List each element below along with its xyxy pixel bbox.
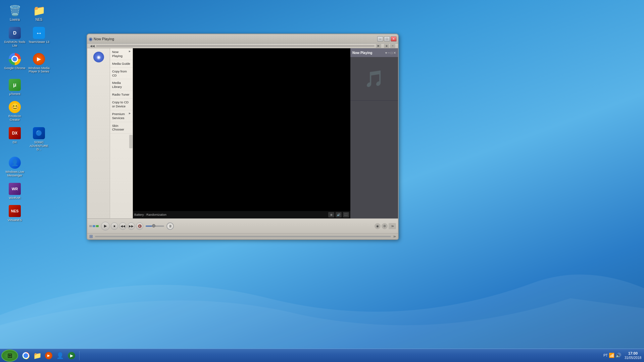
folder-icon: 📁 — [33, 5, 45, 16]
wmp-view-btn-1[interactable]: ⊞ — [328, 212, 334, 217]
wmp-settings-icon[interactable]: ⚙ — [382, 223, 388, 229]
taskbar-chrome-icon[interactable] — [21, 351, 31, 361]
emoticon-label: Emoticon Creator — [4, 114, 26, 122]
dx-icon: DX — [9, 127, 21, 139]
sys-tray-icons: PT 📶 🔊 — [603, 353, 621, 358]
wmp-equalizer-pause-btn[interactable]: ⏸ — [166, 222, 174, 230]
wmp-play-button[interactable]: ▶ — [101, 222, 110, 230]
wmp-extra-btn-1[interactable]: ◉ — [384, 44, 389, 48]
taskbar-media2-icon[interactable]: ▶ — [66, 351, 77, 361]
wmp-view-btn-2[interactable]: 🔊 — [336, 212, 342, 217]
daemon-label: DAEMON Tools Lite — [4, 40, 26, 48]
start-button[interactable]: ⊞ — [1, 350, 18, 362]
wmp-restore-button[interactable]: □ — [384, 36, 390, 42]
taskbar-folder-icon[interactable]: 📁 — [32, 351, 42, 361]
wmp-outer-seekbar[interactable] — [95, 236, 391, 237]
desktop-icon-virtuanes[interactable]: NES VirtuaNES — [3, 203, 27, 224]
wlm-label: Windows Live Messenger — [4, 170, 26, 177]
wmp-outer-extra: ≫ — [393, 235, 396, 238]
copy-to-cd-label: Copy to CD or Device — [112, 100, 129, 108]
wmp-logo-icon: ◉ — [89, 36, 93, 42]
desktop-icon-dx[interactable]: DX DX — [3, 125, 27, 153]
wmp-mute-button[interactable]: 🔇 — [136, 222, 143, 230]
copy-from-cd-label: Copy from CD — [112, 69, 127, 77]
winrar-icon: WR — [9, 183, 21, 195]
wmp-menu-item-media-guide[interactable]: Media Guide — [110, 60, 133, 68]
wmp-menu-item-radio-tuner[interactable]: Radio Tuner — [110, 91, 133, 99]
taskbar-separator — [79, 351, 80, 360]
wmp-menu-resize-handle[interactable] — [110, 135, 133, 142]
desktop-curve — [0, 248, 644, 349]
wmp-playlist-content-area — [350, 101, 398, 218]
wmp-prev-button[interactable]: ◀◀ — [119, 222, 127, 230]
wmp-media-thumb-icon: 🎵 — [364, 69, 384, 88]
taskbar-wmp-icon[interactable]: ▶ — [44, 351, 54, 361]
virtuanes-icon: NES — [9, 205, 21, 217]
wmp-next-button[interactable]: ▶▶ — [128, 222, 135, 230]
wmp-body: ◉ Now Playing ▶ Media Guide Copy from CD — [87, 48, 398, 218]
desktop-icon-sonic[interactable]: 🔵 SONIC ADVENTURE D... — [27, 125, 51, 153]
wmp-menu-panel: Now Playing ▶ Media Guide Copy from CD M… — [110, 48, 133, 218]
utorrent-icon: μ — [9, 79, 21, 91]
desktop-icon-teamviewer[interactable]: ↔ TeamViewer 13 — [27, 25, 51, 50]
wmp-playlist-thumb-area: 🎵 — [350, 57, 398, 101]
wmp-minimize-button[interactable]: ─ — [377, 36, 383, 42]
wmp-seekbar-row: ◀◀ ▶ ◉ ≡ — [87, 44, 398, 48]
wmp-controls-row: ▶ ■ ◀◀ ▶▶ 🔇 ⏸ ◉ ⚙ ≫ — [87, 218, 398, 233]
wmp-close-button[interactable]: ✕ — [391, 36, 397, 42]
utorrent-label: µTorrent — [9, 92, 20, 96]
wmp-menu-item-media-library[interactable]: Media Library — [110, 79, 133, 91]
wmp-status-text: Battery : Randomization — [134, 213, 327, 216]
wmp-chrome: ◉ Now Playing ─ □ ✕ ◀◀ ▶ ◉ ≡ ◉ — [87, 34, 399, 240]
now-playing-label: Now Playing — [112, 50, 129, 58]
wmp-view-btn-3[interactable]: ⛶ — [343, 212, 349, 217]
daemon-icon: D — [9, 27, 21, 39]
wmp-menu-item-premium-services[interactable]: Premium Services ▶ — [110, 110, 133, 122]
desktop-icon-wlm[interactable]: 👤 Windows Live Messenger — [3, 155, 27, 179]
wmp-extra-btn-2[interactable]: ≡ — [390, 44, 395, 48]
desktop-icons: 🗑️ Lixeira 📁 NES D DAEMON Tools Lite ↔ T… — [0, 0, 54, 226]
desktop-icon-wmp[interactable]: ▶ Windows Media Player 9 Series — [27, 51, 51, 76]
emoticon-icon: 😊 — [9, 101, 21, 113]
wmp-right-extra-buttons: ◉ ⚙ ≫ — [375, 223, 396, 229]
clock-time: 17:00 — [625, 351, 641, 356]
wmp-stop-button[interactable]: ■ — [111, 222, 118, 230]
wmp-seekbar-extra-icon[interactable]: ▶ — [376, 44, 381, 48]
wmp-playlist-title: Now Playing — [352, 51, 385, 55]
skin-chooser-label: Skin Chooser — [112, 124, 124, 132]
clock-date: 31/05/2018 — [625, 356, 641, 360]
wmp-eq-icon[interactable]: ◉ — [375, 223, 381, 229]
desktop-icon-emoticon[interactable]: 😊 Emoticon Creator — [3, 99, 27, 124]
wmp-seek-track[interactable] — [96, 45, 375, 47]
wmp-more-btn[interactable]: ≫ — [389, 223, 396, 229]
desktop-icon-utorrent[interactable]: μ µTorrent — [3, 77, 27, 98]
wmp-playlist-expand-btn[interactable]: □ — [391, 51, 393, 55]
media-library-label: Media Library — [112, 81, 122, 89]
taskbar-messenger-icon[interactable]: 👤 — [55, 351, 65, 361]
wmp-title: Now Playing — [94, 37, 376, 41]
desktop-icon-nes[interactable]: 📁 NES — [27, 3, 51, 23]
desktop-icon-lixeira[interactable]: 🗑️ Lixeira — [3, 3, 27, 23]
wmp-playlist-arrow-btn[interactable]: ▾ — [385, 51, 387, 55]
wmp-volume-fill — [146, 225, 152, 227]
wmp-volume-track[interactable] — [146, 225, 164, 227]
desktop-icon-winrar[interactable]: WR WinRAR — [3, 181, 27, 202]
wmp-menu-item-now-playing[interactable]: Now Playing ▶ — [110, 48, 133, 60]
desktop-icon-chrome[interactable]: Google Chrome — [3, 51, 27, 76]
chrome-icon — [9, 53, 21, 65]
wmp-volume-thumb[interactable] — [152, 224, 155, 227]
desktop-icon-daemon[interactable]: D DAEMON Tools Lite — [3, 25, 27, 50]
wmp-titlebar: ◉ Now Playing ─ □ ✕ — [87, 34, 398, 44]
wmp-menu-item-skin-chooser[interactable]: Skin Chooser — [110, 122, 133, 134]
premium-services-label: Premium Services — [112, 112, 129, 120]
wmp-menu-item-copy-to-cd[interactable]: Copy to CD or Device — [110, 99, 133, 110]
wmp-playlist-header: Now Playing ▾ ─ □ ✕ — [350, 48, 398, 57]
virtuanes-label: VirtuaNES — [8, 218, 22, 222]
wmp-menu-item-copy-from-cd[interactable]: Copy from CD — [110, 68, 133, 80]
wmp-window: ◉ Now Playing ─ □ ✕ ◀◀ ▶ ◉ ≡ ◉ — [87, 34, 399, 240]
chrome-label: Google Chrome — [4, 66, 26, 70]
wmp-playlist-minimize-btn[interactable]: ─ — [388, 51, 390, 55]
sys-clock: 17:00 31/05/2018 — [625, 351, 641, 360]
trash-icon: 🗑️ — [9, 5, 21, 16]
wmp-playlist-close-btn[interactable]: ✕ — [393, 51, 396, 55]
